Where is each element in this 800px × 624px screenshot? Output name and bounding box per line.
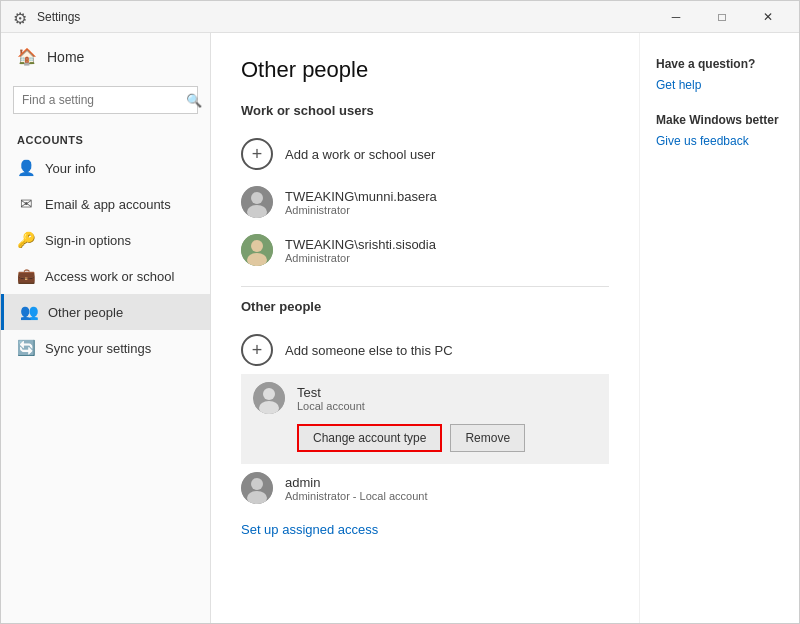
search-input[interactable] [14, 93, 180, 107]
sidebar-item-signin-label: Sign-in options [45, 233, 131, 248]
add-other-plus-icon: + [241, 334, 273, 366]
sidebar-item-sync-label: Sync your settings [45, 341, 151, 356]
sidebar-item-access-work[interactable]: 💼 Access work or school [1, 258, 210, 294]
have-a-question-title: Have a question? [656, 57, 783, 71]
work-user-info-2: TWEAKING\srishti.sisodia Administrator [285, 237, 436, 264]
sidebar-item-your-info[interactable]: 👤 Your info [1, 150, 210, 186]
selected-user-inner: Test Local account [253, 382, 597, 414]
search-icon: 🔍 [180, 93, 208, 108]
title-bar-left: ⚙ Settings [13, 9, 80, 25]
sync-icon: 🔄 [17, 339, 35, 357]
set-up-assigned-access-link[interactable]: Set up assigned access [241, 522, 378, 537]
selected-user-buttons: Change account type Remove [253, 424, 597, 452]
other-people-icon: 👥 [20, 303, 38, 321]
svg-point-1 [251, 192, 263, 204]
access-work-icon: 💼 [17, 267, 35, 285]
main-content: Other people Work or school users + Add … [211, 33, 639, 623]
admin-user-role: Administrator - Local account [285, 490, 427, 502]
sidebar-item-signin[interactable]: 🔑 Sign-in options [1, 222, 210, 258]
remove-button[interactable]: Remove [450, 424, 525, 452]
get-help-link[interactable]: Get help [656, 78, 701, 92]
sidebar-item-email[interactable]: ✉ Email & app accounts [1, 186, 210, 222]
minimize-button[interactable]: ─ [653, 1, 699, 33]
svg-point-7 [263, 388, 275, 400]
maximize-button[interactable]: □ [699, 1, 745, 33]
sidebar-item-sync[interactable]: 🔄 Sync your settings [1, 330, 210, 366]
settings-window-icon: ⚙ [13, 9, 29, 25]
admin-user-row[interactable]: admin Administrator - Local account [241, 464, 609, 512]
work-user-row-1[interactable]: TWEAKING\munni.basera Administrator [241, 178, 609, 226]
work-user-info-1: TWEAKING\munni.basera Administrator [285, 189, 437, 216]
admin-user-name: admin [285, 475, 427, 490]
sidebar-item-your-info-label: Your info [45, 161, 96, 176]
sidebar-search-box[interactable]: 🔍 [13, 86, 198, 114]
page-title: Other people [241, 57, 609, 83]
work-section-title: Work or school users [241, 103, 609, 118]
work-user-role-2: Administrator [285, 252, 436, 264]
work-user-role-1: Administrator [285, 204, 437, 216]
sidebar-item-email-label: Email & app accounts [45, 197, 171, 212]
add-other-label: Add someone else to this PC [285, 343, 453, 358]
add-work-label: Add a work or school user [285, 147, 435, 162]
signin-icon: 🔑 [17, 231, 35, 249]
svg-point-10 [251, 478, 263, 490]
change-account-type-button[interactable]: Change account type [297, 424, 442, 452]
add-work-plus-icon: + [241, 138, 273, 170]
email-icon: ✉ [17, 195, 35, 213]
your-info-icon: 👤 [17, 159, 35, 177]
test-user-info: Test Local account [297, 385, 365, 412]
add-work-user-row[interactable]: + Add a work or school user [241, 130, 609, 178]
selected-user-block: Test Local account Change account type R… [241, 374, 609, 464]
make-windows-better-title: Make Windows better [656, 113, 783, 127]
svg-point-4 [251, 240, 263, 252]
title-bar-title: Settings [37, 10, 80, 24]
work-user-name-2: TWEAKING\srishti.sisodia [285, 237, 436, 252]
home-icon: 🏠 [17, 47, 37, 66]
test-user-avatar [253, 382, 285, 414]
admin-user-info: admin Administrator - Local account [285, 475, 427, 502]
sidebar-item-other-people-label: Other people [48, 305, 123, 320]
close-button[interactable]: ✕ [745, 1, 791, 33]
test-user-name: Test [297, 385, 365, 400]
sidebar-item-other-people[interactable]: 👥 Other people [1, 294, 210, 330]
accounts-section-label: Accounts [1, 126, 210, 150]
content-area: 🏠 Home 🔍 Accounts 👤 Your info ✉ Email & … [1, 33, 799, 623]
home-label: Home [47, 49, 84, 65]
right-panel-feedback: Make Windows better Give us feedback [656, 113, 783, 149]
sidebar-item-access-work-label: Access work or school [45, 269, 174, 284]
work-user-name-1: TWEAKING\munni.basera [285, 189, 437, 204]
sidebar-home[interactable]: 🏠 Home [1, 33, 210, 80]
title-bar: ⚙ Settings ─ □ ✕ [1, 1, 799, 33]
test-user-role: Local account [297, 400, 365, 412]
add-other-user-row[interactable]: + Add someone else to this PC [241, 326, 609, 374]
user-avatar-2 [241, 234, 273, 266]
right-panel: Have a question? Get help Make Windows b… [639, 33, 799, 623]
right-panel-help: Have a question? Get help [656, 57, 783, 93]
give-feedback-link[interactable]: Give us feedback [656, 134, 749, 148]
sidebar: 🏠 Home 🔍 Accounts 👤 Your info ✉ Email & … [1, 33, 211, 623]
title-bar-controls: ─ □ ✕ [653, 1, 791, 33]
section-divider [241, 286, 609, 287]
admin-user-avatar [241, 472, 273, 504]
other-section-title: Other people [241, 299, 609, 314]
user-avatar-1 [241, 186, 273, 218]
work-user-row-2[interactable]: TWEAKING\srishti.sisodia Administrator [241, 226, 609, 274]
settings-window: ⚙ Settings ─ □ ✕ 🏠 Home 🔍 Accounts 👤 You… [0, 0, 800, 624]
